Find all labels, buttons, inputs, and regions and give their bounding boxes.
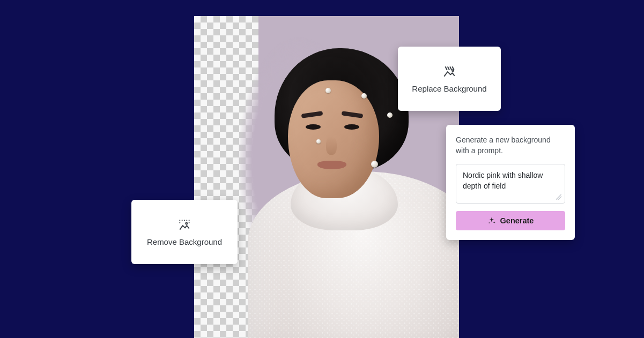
svg-line-10 bbox=[450, 66, 451, 70]
replace-bg-label: Replace Background bbox=[412, 84, 486, 93]
transparency-checker bbox=[194, 16, 258, 338]
remove-bg-label: Remove Background bbox=[147, 237, 222, 246]
replace-bg-icon bbox=[442, 65, 456, 79]
svg-line-8 bbox=[445, 66, 447, 70]
svg-point-12 bbox=[452, 70, 454, 71]
generate-button-label: Generate bbox=[500, 216, 534, 225]
replace-background-card[interactable]: Replace Background bbox=[398, 47, 501, 111]
prompt-input[interactable]: Nordic pink with shallow depth of field bbox=[456, 164, 565, 204]
svg-line-9 bbox=[448, 66, 449, 70]
generate-background-card: Generate a new background with a prompt.… bbox=[446, 125, 575, 240]
svg-point-7 bbox=[186, 222, 187, 224]
svg-point-13 bbox=[488, 222, 490, 223]
remove-bg-icon bbox=[177, 218, 191, 232]
remove-background-card[interactable]: Remove Background bbox=[131, 200, 238, 264]
generate-button[interactable]: Generate bbox=[456, 211, 565, 230]
prompt-caption: Generate a new background with a prompt. bbox=[456, 134, 565, 156]
sparkle-icon bbox=[487, 216, 496, 225]
